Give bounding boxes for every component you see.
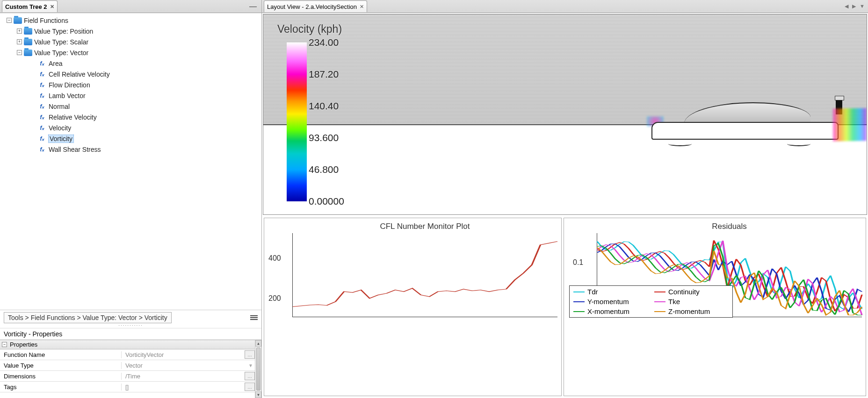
car-geometry [651, 102, 839, 144]
minimize-button[interactable]: — [246, 2, 260, 11]
prop-name-dimensions: Dimensions [0, 373, 122, 380]
expand-icon[interactable]: + [17, 28, 22, 34]
properties-header[interactable]: − Properties [0, 340, 261, 349]
colorbar-tick: 0.00000 [309, 196, 344, 207]
legend-label: Tdr [587, 288, 598, 296]
wake-region [833, 108, 867, 142]
close-icon[interactable]: ✕ [360, 4, 364, 10]
next-tab-icon[interactable]: ▶ [851, 3, 857, 9]
tree-leaf-velocity[interactable]: Velocity [49, 124, 71, 132]
function-icon [37, 92, 47, 99]
prop-val-tags[interactable]: []… [122, 383, 261, 391]
tree-leaf-normal[interactable]: Normal [49, 103, 70, 110]
tree-root[interactable]: Field Functions [24, 17, 68, 24]
prop-name-function-name: Function Name [0, 351, 122, 358]
tree-node-scalar[interactable]: Value Type: Scalar [34, 38, 88, 46]
tree-leaf-flow-direction[interactable]: Flow Direction [49, 81, 90, 89]
colorbar-tick: 93.600 [309, 132, 339, 143]
tab-label: Layout View - 2.a.VelocitySection [267, 3, 357, 10]
color-bar: 234.00 187.20 140.40 93.600 46.800 0.000… [287, 43, 351, 201]
function-icon [37, 82, 47, 88]
function-icon [37, 135, 47, 142]
collapse-icon[interactable]: − [2, 342, 7, 347]
tree-view[interactable]: − Field Functions + Value Type: Position… [0, 13, 261, 310]
prev-tab-icon[interactable]: ◀ [843, 3, 850, 9]
tree-leaf-area[interactable]: Area [49, 60, 63, 67]
ellipsis-button[interactable]: … [245, 350, 255, 359]
tab-layout-view[interactable]: Layout View - 2.a.VelocitySection ✕ [264, 0, 367, 12]
close-icon[interactable]: ✕ [50, 4, 54, 10]
tree-node-position[interactable]: Value Type: Position [34, 28, 93, 35]
ellipsis-button[interactable]: … [245, 372, 255, 380]
colorbar-tick: 234.00 [309, 37, 339, 48]
prop-name-value-type: Value Type [0, 362, 122, 369]
tab-label: Custom Tree 2 [5, 3, 47, 10]
folder-icon [24, 39, 32, 45]
velocity-scene[interactable]: Velocity (kph) 234.00 187.20 140.40 93.6… [263, 14, 867, 215]
scroll-up-icon[interactable]: ▲ [255, 340, 261, 347]
function-icon [37, 71, 47, 78]
ellipsis-button[interactable]: … [245, 383, 255, 391]
colorbar-tick: 187.20 [309, 69, 339, 80]
function-icon [37, 60, 47, 67]
scrollbar[interactable]: ▲ ▼ [255, 340, 261, 398]
tree-leaf-cell-relative-velocity[interactable]: Cell Relative Velocity [49, 71, 110, 78]
prop-name-tags: Tags [0, 384, 122, 391]
plot-title: CFL Number Monitor Plot [292, 222, 557, 231]
scene-title: Velocity (kph) [277, 23, 342, 36]
y-tick: 200 [268, 294, 281, 303]
prop-val-dimensions[interactable]: /Time… [122, 372, 261, 380]
function-icon [37, 114, 47, 121]
cfl-monitor-plot[interactable]: CFL Number Monitor Plot 200 400 [264, 218, 562, 396]
tab-custom-tree[interactable]: Custom Tree 2 ✕ [2, 0, 58, 12]
legend-label: Y-momentum [587, 298, 629, 306]
function-icon [37, 146, 47, 153]
legend: Tdr Continuity Y-momentum Tke X-momentum… [569, 285, 733, 318]
legend-label: Continuity [668, 288, 700, 296]
legend-label: Tke [668, 298, 680, 306]
folder-icon [24, 28, 32, 35]
function-icon [37, 103, 47, 110]
y-tick: 400 [268, 254, 281, 263]
tree-leaf-relative-velocity[interactable]: Relative Velocity [49, 114, 97, 121]
chevron-down-icon[interactable]: ▼ [248, 363, 253, 368]
folder-icon [24, 50, 32, 56]
residuals-plot[interactable]: Residuals 0.1 Tdr Continuity Y-momentum … [564, 218, 866, 396]
y-tick: 0.1 [573, 258, 583, 267]
prop-val-value-type[interactable]: Vector▼ [122, 362, 261, 369]
prop-val-function-name[interactable]: VorticityVector… [122, 350, 261, 359]
tab-menu-icon[interactable]: ▼ [858, 3, 866, 9]
expand-icon[interactable]: + [17, 39, 22, 44]
tab-nav: ◀ ▶ ▼ [843, 3, 866, 9]
colorbar-tick: 140.40 [309, 100, 339, 112]
scroll-thumb[interactable] [256, 348, 260, 391]
properties-panel: − Properties Function Name VorticityVect… [0, 340, 261, 398]
legend-label: X-momentum [587, 307, 629, 315]
folder-icon [14, 17, 22, 24]
collapse-icon[interactable]: − [17, 50, 22, 55]
layout-tab-bar: Layout View - 2.a.VelocitySection ✕ ◀ ▶ … [262, 0, 868, 13]
scroll-down-icon[interactable]: ▼ [255, 391, 261, 398]
collapse-icon[interactable]: − [7, 18, 12, 23]
tree-leaf-lamb-vector[interactable]: Lamb Vector [49, 92, 86, 100]
function-icon [37, 125, 47, 131]
legend-label: Z-momentum [668, 307, 710, 315]
left-tab-bar: Custom Tree 2 ✕ — [0, 0, 261, 13]
menu-icon[interactable] [250, 315, 258, 320]
properties-title: Vorticity - Properties [0, 328, 261, 340]
tree-node-vector[interactable]: Value Type: Vector [34, 49, 88, 57]
colorbar-tick: 46.800 [309, 164, 339, 175]
tree-leaf-vorticity[interactable]: Vorticity [49, 135, 73, 142]
plot-title: Residuals [597, 222, 862, 231]
breadcrumb[interactable]: Tools > Field Functions > Value Type: Ve… [4, 312, 172, 323]
tree-leaf-wall-shear-stress[interactable]: Wall Shear Stress [49, 146, 101, 153]
